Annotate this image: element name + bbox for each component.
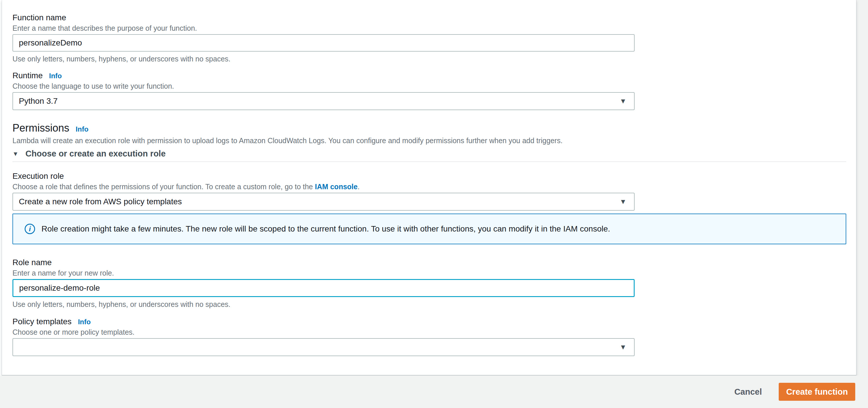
role-name-constraint: Use only letters, numbers, hyphens, or u… xyxy=(12,300,856,309)
role-name-description: Enter a name for your new role. xyxy=(12,269,856,277)
role-name-field: Role name Enter a name for your new role… xyxy=(12,258,856,309)
execution-role-description: Choose a role that defines the permissio… xyxy=(12,182,856,191)
runtime-description: Choose the language to use to write your… xyxy=(12,82,856,90)
function-name-constraint: Use only letters, numbers, hyphens, or u… xyxy=(12,55,856,63)
create-function-form-panel: Function name Enter a name that describe… xyxy=(2,0,857,376)
expander-label: Choose or create an execution role xyxy=(26,149,165,158)
role-creation-alert-text: Role creation might take a few minutes. … xyxy=(41,224,610,234)
function-name-description: Enter a name that describes the purpose … xyxy=(12,24,856,32)
execution-role-select[interactable]: Create a new role from AWS policy templa… xyxy=(12,193,634,211)
execution-role-expander[interactable]: ▼ Choose or create an execution role xyxy=(12,149,856,158)
role-name-label: Role name xyxy=(12,258,856,268)
section-divider xyxy=(12,161,846,162)
execution-role-label: Execution role xyxy=(12,171,856,181)
execution-role-field: Execution role Choose a role that define… xyxy=(12,171,856,211)
runtime-info-link[interactable]: Info xyxy=(49,72,62,80)
permissions-info-link[interactable]: Info xyxy=(76,125,88,133)
function-name-input[interactable] xyxy=(12,34,634,52)
permissions-heading: Permissions xyxy=(12,122,69,134)
permissions-description: Lambda will create an execution role wit… xyxy=(12,136,856,145)
chevron-down-icon: ▼ xyxy=(620,343,626,351)
execution-role-description-text: Choose a role that defines the permissio… xyxy=(12,183,315,191)
function-name-label: Function name xyxy=(12,13,856,23)
role-creation-info-alert: i Role creation might take a few minutes… xyxy=(12,214,846,244)
policy-templates-label: Policy templates xyxy=(12,317,72,326)
chevron-down-icon: ▼ xyxy=(620,198,626,206)
permissions-section-header: Permissions Info xyxy=(12,122,856,134)
role-name-input[interactable] xyxy=(12,279,634,297)
iam-console-link[interactable]: IAM console xyxy=(315,183,358,191)
info-circle-icon: i xyxy=(25,224,35,234)
policy-templates-field: Policy templates Info Choose one or more… xyxy=(12,317,856,356)
policy-templates-select[interactable]: ▼ xyxy=(12,338,634,356)
policy-templates-description: Choose one or more policy templates. xyxy=(12,328,856,337)
runtime-select-value: Python 3.7 xyxy=(19,96,58,106)
execution-role-description-period: . xyxy=(358,183,360,191)
runtime-label: Runtime xyxy=(12,71,42,81)
cancel-button[interactable]: Cancel xyxy=(734,387,762,397)
create-function-button[interactable]: Create function xyxy=(779,383,855,401)
form-action-footer: Cancel Create function xyxy=(0,376,868,408)
function-name-field: Function name Enter a name that describe… xyxy=(12,13,856,63)
triangle-down-icon: ▼ xyxy=(12,150,19,157)
runtime-select[interactable]: Python 3.7 ▼ xyxy=(12,92,634,110)
runtime-field: Runtime Info Choose the language to use … xyxy=(12,71,856,110)
chevron-down-icon: ▼ xyxy=(620,97,626,105)
execution-role-select-value: Create a new role from AWS policy templa… xyxy=(19,197,182,206)
policy-templates-info-link[interactable]: Info xyxy=(78,318,91,326)
